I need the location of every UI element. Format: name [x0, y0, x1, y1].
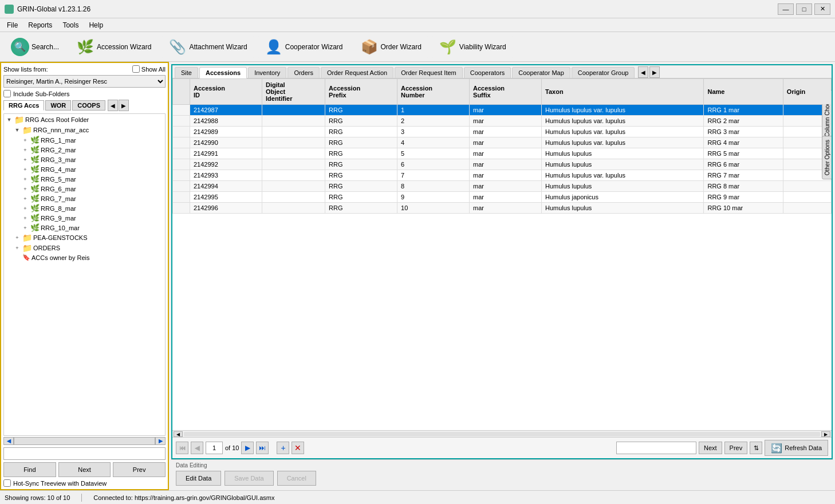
refresh-data-button[interactable]: 🔄 Refresh Data: [765, 440, 828, 456]
show-lists-dropdown[interactable]: Reisinger, Martin A., Reisinger Resc: [3, 75, 166, 88]
other-options-tab[interactable]: Other Options: [822, 136, 832, 179]
tree-row-accs[interactable]: 🔖ACCs owner by Reis: [12, 253, 165, 262]
cooperator-wizard-button[interactable]: 👤 Cooperator Wizard: [258, 35, 349, 59]
cell-digital-object: [262, 127, 325, 137]
maximize-button[interactable]: □: [796, 3, 812, 15]
cell-digital-object: [262, 159, 325, 170]
menu-reports[interactable]: Reports: [23, 20, 57, 30]
table-row[interactable]: 2142987 RRG 1 mar Humulus lupulus var. l…: [173, 105, 832, 116]
tab-inventory[interactable]: Inventory: [248, 67, 286, 78]
include-subfolders-checkbox[interactable]: [3, 90, 11, 97]
play-button[interactable]: ▶: [241, 442, 254, 454]
menu-file[interactable]: File: [2, 20, 22, 30]
plant-icon: 🌿: [30, 214, 40, 222]
table-row[interactable]: 2142995 RRG 9 mar Humulus japonicus RRG …: [173, 192, 832, 203]
left-scroll-left-btn[interactable]: ◀: [3, 437, 14, 445]
tree-row-pea[interactable]: +📁PEA-GENSTOCKS: [12, 233, 165, 243]
grid-next-button[interactable]: Next: [699, 442, 722, 454]
table-row[interactable]: 2142994 RRG 8 mar Humulus lupulus RRG 8 …: [173, 181, 832, 192]
tab-order-request-item[interactable]: Order Request Item: [395, 67, 463, 78]
tree-row-plant-4[interactable]: +🌿RRG_4_mar: [20, 164, 165, 174]
table-row[interactable]: 2142992 RRG 6 mar Humulus lupulus RRG 6 …: [173, 159, 832, 170]
tree-row-orders[interactable]: +📁ORDERS: [12, 243, 165, 253]
plant-icon: 🌿: [30, 223, 40, 232]
col-header-digital-object: DigitalObjectIdentifier: [262, 79, 325, 105]
tree-row-plant-10[interactable]: +🌿RRG_10_mar: [20, 223, 165, 233]
table-row[interactable]: 2142990 RRG 4 mar Humulus lupulus var. l…: [173, 137, 832, 148]
menu-help[interactable]: Help: [84, 20, 108, 30]
table-row[interactable]: 2142988 RRG 2 mar Humulus lupulus var. l…: [173, 116, 832, 127]
save-data-button[interactable]: Save Data: [224, 471, 273, 486]
cell-accession-id: 2142990: [190, 137, 262, 148]
tree-label: RRG_4_mar: [41, 166, 76, 173]
tree-row-plant-7[interactable]: +🌿RRG_7_mar: [20, 194, 165, 203]
sort-button[interactable]: ⇅: [750, 442, 762, 454]
cancel-button[interactable]: Cancel: [277, 471, 316, 486]
tab-cooperator-group[interactable]: Cooperator Group: [572, 67, 635, 78]
tab-scroll-left-btn[interactable]: ◀: [638, 66, 648, 78]
order-wizard-button[interactable]: 📦 Order Wizard: [354, 35, 428, 59]
grid-prev-button[interactable]: Prev: [724, 442, 748, 454]
delete-row-button[interactable]: ✕: [292, 442, 304, 454]
cell-taxon: Humulus lupulus var. lupulus: [542, 127, 704, 137]
left-prev-button[interactable]: Prev: [113, 462, 166, 477]
tree-area: ▼ 📁 RRG Accs Root Folder ▼ 📁 RRG_nnn_mar…: [3, 113, 166, 436]
grid-scroll-left-btn[interactable]: ◀: [174, 431, 183, 437]
tab-site[interactable]: Site: [175, 67, 198, 78]
include-subfolders-row: Include Sub-Folders: [3, 90, 166, 97]
left-search-input[interactable]: [3, 447, 166, 460]
tree-row-plant-1[interactable]: +🌿RRG_1_mar: [20, 135, 165, 145]
menu-tools[interactable]: Tools: [58, 20, 83, 30]
left-tab-next-btn[interactable]: ▶: [119, 100, 129, 111]
left-horiz-scrollbar[interactable]: [14, 437, 155, 445]
find-button[interactable]: Find: [3, 462, 56, 477]
minimize-button[interactable]: —: [778, 3, 794, 15]
tab-orders[interactable]: Orders: [287, 67, 320, 78]
folder-icon: 📁: [22, 243, 32, 253]
col-header-accession-number: AccessionNumber: [397, 79, 470, 105]
tree-row-root[interactable]: ▼ 📁 RRG Accs Root Folder: [4, 115, 165, 125]
attachment-wizard-button[interactable]: 📎 Attachment Wizard: [162, 35, 253, 59]
tree-expander: +: [21, 167, 29, 172]
tab-accessions[interactable]: Accessions: [199, 67, 247, 78]
table-row[interactable]: 2142996 RRG 10 mar Humulus lupulus RRG 1…: [173, 203, 832, 214]
tree-row-plant-8[interactable]: +🌿RRG_8_mar: [20, 203, 165, 213]
left-tab-coops[interactable]: COOPS: [72, 100, 105, 111]
accession-wizard-button[interactable]: 🌿 Accession Wizard: [70, 35, 157, 59]
left-scroll-right-btn[interactable]: ▶: [155, 437, 166, 445]
left-tab-prev-btn[interactable]: ◀: [108, 100, 118, 111]
left-tab-rrg[interactable]: RRG Accs: [3, 100, 44, 111]
search-toolbar-button[interactable]: 🔍 Search...: [5, 35, 65, 59]
table-row[interactable]: 2142993 RRG 7 mar Humulus lupulus var. l…: [173, 170, 832, 181]
add-row-button[interactable]: +: [277, 442, 289, 454]
tree-row-plant-6[interactable]: +🌿RRG_6_mar: [20, 184, 165, 194]
viability-wizard-button[interactable]: 🌱 Viability Wizard: [432, 35, 513, 59]
col-header-rownum: [173, 79, 190, 105]
grid-scroll-right-btn[interactable]: ▶: [821, 431, 830, 437]
hotsync-checkbox[interactable]: [3, 479, 11, 487]
left-next-button[interactable]: Next: [58, 462, 111, 477]
tree-row-plant-5[interactable]: +🌿RRG_5_mar: [20, 174, 165, 184]
tree-row-plant-9[interactable]: +🌿RRG_9_mar: [20, 213, 165, 223]
grid-search-input[interactable]: [616, 442, 696, 454]
show-all-checkbox[interactable]: [132, 65, 140, 73]
tab-cooperator-map[interactable]: Cooperator Map: [512, 67, 570, 78]
close-button[interactable]: ✕: [814, 3, 830, 15]
tree-row-subfolder[interactable]: ▼ 📁 RRG_nnn_mar_acc: [12, 125, 165, 135]
grid-scroll[interactable]: AccessionID DigitalObjectIdentifier Acce…: [172, 78, 832, 430]
tree-row-plant-3[interactable]: +🌿RRG_3_mar: [20, 155, 165, 164]
prev-page-button[interactable]: ◀: [191, 442, 203, 454]
page-number-input[interactable]: [206, 442, 223, 454]
status-separator: [81, 494, 82, 502]
edit-data-button[interactable]: Edit Data: [176, 471, 221, 486]
table-row[interactable]: 2142989 RRG 3 mar Humulus lupulus var. l…: [173, 127, 832, 137]
tab-cooperators[interactable]: Cooperators: [464, 67, 511, 78]
tab-order-request-action[interactable]: Order Request Action: [321, 67, 393, 78]
tab-scroll-right-btn[interactable]: ▶: [649, 66, 660, 78]
left-tab-wor[interactable]: WOR: [45, 100, 71, 111]
tree-row-plant-2[interactable]: +🌿RRG_2_mar: [20, 145, 165, 155]
grid-horiz-scrollbar-thumb[interactable]: [184, 432, 820, 436]
table-row[interactable]: 2142991 RRG 5 mar Humulus lupulus RRG 5 …: [173, 148, 832, 159]
first-page-button[interactable]: ⏮: [176, 442, 188, 454]
fast-forward-button[interactable]: ⏭: [256, 442, 269, 454]
